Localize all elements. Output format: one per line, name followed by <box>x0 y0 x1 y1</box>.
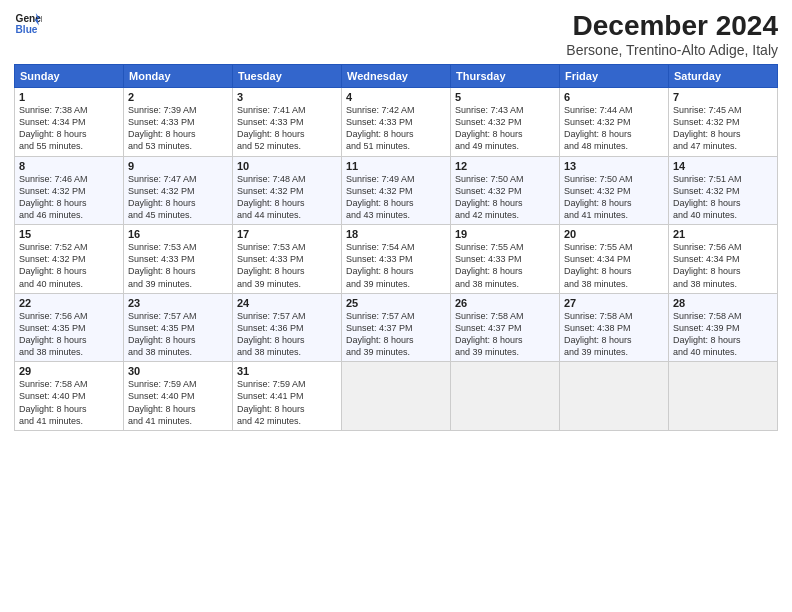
day-info: Sunrise: 7:58 AMSunset: 4:37 PMDaylight:… <box>455 310 555 359</box>
calendar-cell: 6Sunrise: 7:44 AMSunset: 4:32 PMDaylight… <box>560 88 669 157</box>
day-number: 28 <box>673 297 773 309</box>
day-info: Sunrise: 7:57 AMSunset: 4:35 PMDaylight:… <box>128 310 228 359</box>
col-thursday: Thursday <box>451 65 560 88</box>
day-info: Sunrise: 7:58 AMSunset: 4:39 PMDaylight:… <box>673 310 773 359</box>
calendar-week-row: 29Sunrise: 7:58 AMSunset: 4:40 PMDayligh… <box>15 362 778 431</box>
calendar-cell: 27Sunrise: 7:58 AMSunset: 4:38 PMDayligh… <box>560 293 669 362</box>
calendar-week-row: 1Sunrise: 7:38 AMSunset: 4:34 PMDaylight… <box>15 88 778 157</box>
calendar-cell: 14Sunrise: 7:51 AMSunset: 4:32 PMDayligh… <box>669 156 778 225</box>
day-number: 6 <box>564 91 664 103</box>
day-number: 29 <box>19 365 119 377</box>
day-info: Sunrise: 7:39 AMSunset: 4:33 PMDaylight:… <box>128 104 228 153</box>
page-header: General Blue December 2024 Bersone, Tren… <box>14 10 778 58</box>
logo: General Blue <box>14 10 42 38</box>
calendar-table: Sunday Monday Tuesday Wednesday Thursday… <box>14 64 778 431</box>
day-info: Sunrise: 7:42 AMSunset: 4:33 PMDaylight:… <box>346 104 446 153</box>
calendar-cell: 5Sunrise: 7:43 AMSunset: 4:32 PMDaylight… <box>451 88 560 157</box>
calendar-cell: 11Sunrise: 7:49 AMSunset: 4:32 PMDayligh… <box>342 156 451 225</box>
day-number: 21 <box>673 228 773 240</box>
col-tuesday: Tuesday <box>233 65 342 88</box>
calendar-page: General Blue December 2024 Bersone, Tren… <box>0 0 792 612</box>
day-info: Sunrise: 7:51 AMSunset: 4:32 PMDaylight:… <box>673 173 773 222</box>
calendar-cell: 2Sunrise: 7:39 AMSunset: 4:33 PMDaylight… <box>124 88 233 157</box>
svg-text:Blue: Blue <box>16 24 38 35</box>
day-number: 12 <box>455 160 555 172</box>
calendar-week-row: 8Sunrise: 7:46 AMSunset: 4:32 PMDaylight… <box>15 156 778 225</box>
day-number: 15 <box>19 228 119 240</box>
day-number: 1 <box>19 91 119 103</box>
day-number: 7 <box>673 91 773 103</box>
day-info: Sunrise: 7:41 AMSunset: 4:33 PMDaylight:… <box>237 104 337 153</box>
page-title: December 2024 <box>566 10 778 42</box>
day-number: 25 <box>346 297 446 309</box>
calendar-cell: 18Sunrise: 7:54 AMSunset: 4:33 PMDayligh… <box>342 225 451 294</box>
col-sunday: Sunday <box>15 65 124 88</box>
calendar-cell <box>342 362 451 431</box>
day-number: 22 <box>19 297 119 309</box>
day-info: Sunrise: 7:45 AMSunset: 4:32 PMDaylight:… <box>673 104 773 153</box>
day-number: 4 <box>346 91 446 103</box>
calendar-cell: 12Sunrise: 7:50 AMSunset: 4:32 PMDayligh… <box>451 156 560 225</box>
day-number: 23 <box>128 297 228 309</box>
day-info: Sunrise: 7:56 AMSunset: 4:35 PMDaylight:… <box>19 310 119 359</box>
col-wednesday: Wednesday <box>342 65 451 88</box>
calendar-cell <box>669 362 778 431</box>
calendar-cell <box>451 362 560 431</box>
day-info: Sunrise: 7:50 AMSunset: 4:32 PMDaylight:… <box>455 173 555 222</box>
day-number: 26 <box>455 297 555 309</box>
calendar-cell: 16Sunrise: 7:53 AMSunset: 4:33 PMDayligh… <box>124 225 233 294</box>
day-number: 11 <box>346 160 446 172</box>
calendar-cell: 20Sunrise: 7:55 AMSunset: 4:34 PMDayligh… <box>560 225 669 294</box>
day-info: Sunrise: 7:56 AMSunset: 4:34 PMDaylight:… <box>673 241 773 290</box>
calendar-cell: 9Sunrise: 7:47 AMSunset: 4:32 PMDaylight… <box>124 156 233 225</box>
day-number: 9 <box>128 160 228 172</box>
day-info: Sunrise: 7:54 AMSunset: 4:33 PMDaylight:… <box>346 241 446 290</box>
calendar-cell: 8Sunrise: 7:46 AMSunset: 4:32 PMDaylight… <box>15 156 124 225</box>
title-block: December 2024 Bersone, Trentino-Alto Adi… <box>566 10 778 58</box>
calendar-cell: 21Sunrise: 7:56 AMSunset: 4:34 PMDayligh… <box>669 225 778 294</box>
day-number: 3 <box>237 91 337 103</box>
day-number: 8 <box>19 160 119 172</box>
logo-icon: General Blue <box>14 10 42 38</box>
page-subtitle: Bersone, Trentino-Alto Adige, Italy <box>566 42 778 58</box>
calendar-cell: 22Sunrise: 7:56 AMSunset: 4:35 PMDayligh… <box>15 293 124 362</box>
day-info: Sunrise: 7:48 AMSunset: 4:32 PMDaylight:… <box>237 173 337 222</box>
day-info: Sunrise: 7:47 AMSunset: 4:32 PMDaylight:… <box>128 173 228 222</box>
day-info: Sunrise: 7:57 AMSunset: 4:37 PMDaylight:… <box>346 310 446 359</box>
day-number: 16 <box>128 228 228 240</box>
calendar-cell <box>560 362 669 431</box>
day-number: 19 <box>455 228 555 240</box>
day-info: Sunrise: 7:46 AMSunset: 4:32 PMDaylight:… <box>19 173 119 222</box>
calendar-cell: 23Sunrise: 7:57 AMSunset: 4:35 PMDayligh… <box>124 293 233 362</box>
day-number: 13 <box>564 160 664 172</box>
day-info: Sunrise: 7:59 AMSunset: 4:41 PMDaylight:… <box>237 378 337 427</box>
calendar-cell: 10Sunrise: 7:48 AMSunset: 4:32 PMDayligh… <box>233 156 342 225</box>
calendar-cell: 24Sunrise: 7:57 AMSunset: 4:36 PMDayligh… <box>233 293 342 362</box>
day-number: 17 <box>237 228 337 240</box>
day-number: 20 <box>564 228 664 240</box>
calendar-cell: 1Sunrise: 7:38 AMSunset: 4:34 PMDaylight… <box>15 88 124 157</box>
calendar-week-row: 15Sunrise: 7:52 AMSunset: 4:32 PMDayligh… <box>15 225 778 294</box>
calendar-week-row: 22Sunrise: 7:56 AMSunset: 4:35 PMDayligh… <box>15 293 778 362</box>
day-info: Sunrise: 7:55 AMSunset: 4:34 PMDaylight:… <box>564 241 664 290</box>
day-info: Sunrise: 7:43 AMSunset: 4:32 PMDaylight:… <box>455 104 555 153</box>
day-info: Sunrise: 7:57 AMSunset: 4:36 PMDaylight:… <box>237 310 337 359</box>
calendar-cell: 7Sunrise: 7:45 AMSunset: 4:32 PMDaylight… <box>669 88 778 157</box>
calendar-cell: 19Sunrise: 7:55 AMSunset: 4:33 PMDayligh… <box>451 225 560 294</box>
calendar-cell: 13Sunrise: 7:50 AMSunset: 4:32 PMDayligh… <box>560 156 669 225</box>
day-info: Sunrise: 7:38 AMSunset: 4:34 PMDaylight:… <box>19 104 119 153</box>
day-number: 24 <box>237 297 337 309</box>
calendar-cell: 28Sunrise: 7:58 AMSunset: 4:39 PMDayligh… <box>669 293 778 362</box>
calendar-cell: 26Sunrise: 7:58 AMSunset: 4:37 PMDayligh… <box>451 293 560 362</box>
day-info: Sunrise: 7:58 AMSunset: 4:38 PMDaylight:… <box>564 310 664 359</box>
col-friday: Friday <box>560 65 669 88</box>
calendar-cell: 4Sunrise: 7:42 AMSunset: 4:33 PMDaylight… <box>342 88 451 157</box>
day-number: 14 <box>673 160 773 172</box>
col-monday: Monday <box>124 65 233 88</box>
day-number: 31 <box>237 365 337 377</box>
col-saturday: Saturday <box>669 65 778 88</box>
calendar-cell: 15Sunrise: 7:52 AMSunset: 4:32 PMDayligh… <box>15 225 124 294</box>
calendar-header-row: Sunday Monday Tuesday Wednesday Thursday… <box>15 65 778 88</box>
day-number: 10 <box>237 160 337 172</box>
day-number: 27 <box>564 297 664 309</box>
